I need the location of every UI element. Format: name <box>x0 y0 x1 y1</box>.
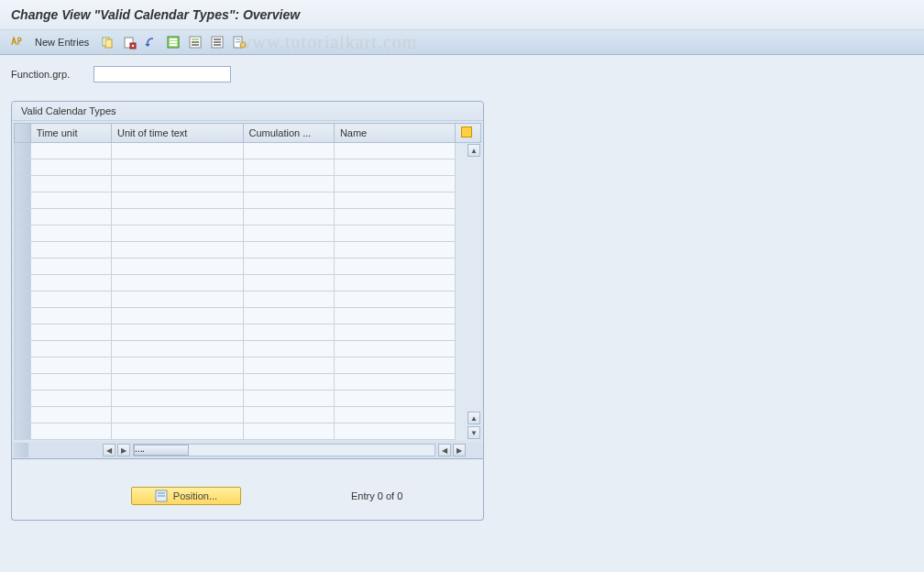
cell[interactable] <box>334 176 455 192</box>
toggle-icon[interactable] <box>9 35 24 50</box>
cell[interactable] <box>334 424 455 440</box>
cell[interactable] <box>30 292 111 308</box>
row-selector[interactable] <box>15 374 31 390</box>
horizontal-scrollbar[interactable]: ◀ ▶ ᠁ ◀ ▶ <box>12 442 483 458</box>
cell[interactable] <box>334 275 455 292</box>
col-unit-of-time-text[interactable]: Unit of time text <box>111 124 243 143</box>
row-selector[interactable] <box>15 242 31 258</box>
row-selector[interactable] <box>15 424 31 440</box>
cell[interactable] <box>111 160 243 176</box>
cell[interactable] <box>30 192 111 209</box>
cell[interactable] <box>334 358 455 374</box>
cell[interactable] <box>111 390 243 407</box>
select-all-icon[interactable] <box>166 35 181 50</box>
deselect-all-icon[interactable] <box>210 35 225 50</box>
scroll-right-icon[interactable]: ▶ <box>117 444 130 456</box>
cell[interactable] <box>30 226 111 242</box>
cell[interactable] <box>243 324 334 341</box>
cell[interactable] <box>243 308 334 324</box>
row-selector[interactable] <box>15 407 31 424</box>
new-entries-button[interactable]: New Entries <box>31 37 93 48</box>
cell[interactable] <box>111 176 243 192</box>
select-block-icon[interactable] <box>188 35 203 50</box>
cell[interactable] <box>334 292 455 308</box>
cell[interactable] <box>111 407 243 424</box>
cell[interactable] <box>243 424 334 440</box>
row-selector[interactable] <box>15 192 31 209</box>
cell[interactable] <box>30 324 111 341</box>
row-selector[interactable] <box>15 390 31 407</box>
cell[interactable] <box>243 209 334 226</box>
row-selector[interactable] <box>15 226 31 242</box>
scroll-left-icon[interactable]: ◀ <box>103 444 116 456</box>
hscroll-track[interactable]: ᠁ <box>133 444 435 456</box>
cell[interactable] <box>243 242 334 258</box>
cell[interactable] <box>30 209 111 226</box>
scroll-up2-icon[interactable]: ▲ <box>468 412 480 424</box>
cell[interactable] <box>111 192 243 209</box>
cell[interactable] <box>334 258 455 275</box>
cell[interactable] <box>111 424 243 440</box>
cell[interactable] <box>243 275 334 292</box>
cell[interactable] <box>334 407 455 424</box>
row-selector[interactable] <box>15 341 31 358</box>
row-selector[interactable] <box>15 209 31 226</box>
cell[interactable] <box>111 209 243 226</box>
cell[interactable] <box>334 160 455 176</box>
cell[interactable] <box>30 160 111 176</box>
cell[interactable] <box>30 258 111 275</box>
undo-icon[interactable] <box>144 35 159 50</box>
cell[interactable] <box>30 242 111 258</box>
cell[interactable] <box>243 374 334 390</box>
cell[interactable] <box>243 407 334 424</box>
cell[interactable] <box>334 341 455 358</box>
row-selector[interactable] <box>15 160 31 176</box>
col-name[interactable]: Name <box>334 124 455 143</box>
cell[interactable] <box>334 242 455 258</box>
cell[interactable] <box>111 275 243 292</box>
cell[interactable] <box>111 258 243 275</box>
cell[interactable] <box>30 358 111 374</box>
cell[interactable] <box>243 226 334 242</box>
cell[interactable] <box>30 374 111 390</box>
copy-icon[interactable] <box>100 35 115 50</box>
cell[interactable] <box>243 258 334 275</box>
cell[interactable] <box>30 176 111 192</box>
select-all-rows[interactable] <box>15 124 31 143</box>
cell[interactable] <box>111 226 243 242</box>
row-selector[interactable] <box>15 143 31 160</box>
cell[interactable] <box>334 390 455 407</box>
scroll-right2-icon[interactable]: ▶ <box>453 444 466 456</box>
cell[interactable] <box>334 226 455 242</box>
cell[interactable] <box>30 341 111 358</box>
cell[interactable] <box>243 358 334 374</box>
row-selector[interactable] <box>15 176 31 192</box>
cell[interactable] <box>334 192 455 209</box>
cell[interactable] <box>111 308 243 324</box>
table-settings[interactable] <box>456 124 481 143</box>
cell[interactable] <box>111 143 243 160</box>
cell[interactable] <box>243 160 334 176</box>
cell[interactable] <box>111 292 243 308</box>
scroll-up-icon[interactable]: ▲ <box>468 144 480 157</box>
cell[interactable] <box>243 176 334 192</box>
scroll-left2-icon[interactable]: ◀ <box>438 444 451 456</box>
cell[interactable] <box>111 358 243 374</box>
row-selector[interactable] <box>15 275 31 292</box>
cell[interactable] <box>334 374 455 390</box>
cell[interactable] <box>30 275 111 292</box>
vertical-scrollbar[interactable]: ▲ ▲ ▼ <box>467 143 481 440</box>
row-selector[interactable] <box>15 292 31 308</box>
cell[interactable] <box>243 341 334 358</box>
scroll-down-icon[interactable]: ▼ <box>468 426 480 439</box>
cell[interactable] <box>111 374 243 390</box>
cell[interactable] <box>243 192 334 209</box>
row-selector[interactable] <box>15 308 31 324</box>
cell[interactable] <box>334 324 455 341</box>
position-button[interactable]: Position... <box>131 487 241 505</box>
configure-icon[interactable] <box>232 35 247 50</box>
row-selector[interactable] <box>15 258 31 275</box>
function-group-input[interactable] <box>94 66 231 82</box>
cell[interactable] <box>30 390 111 407</box>
row-selector[interactable] <box>15 358 31 374</box>
